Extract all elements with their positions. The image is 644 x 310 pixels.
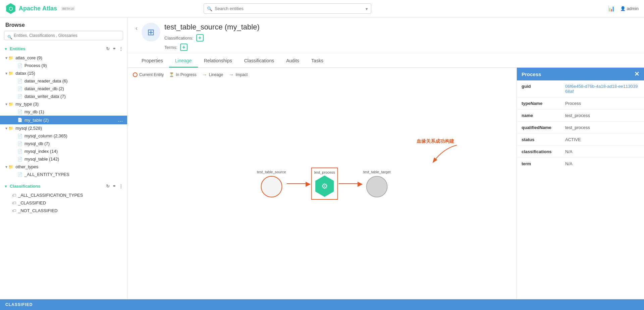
tabs-row: Properties Lineage Relationships Classif… — [127, 55, 644, 68]
panel-key-term: term — [522, 161, 565, 166]
file-icon-process: 📄 — [17, 63, 22, 68]
top-nav: ⬡ Apache Atlas BETA UI 🔍 ▾ 📊 👤 admin — [0, 0, 644, 17]
file-icon-mysql-index: 📄 — [17, 149, 22, 154]
sidebar-item-datax[interactable]: ▾ 📁 datax (15) — [0, 69, 127, 77]
entities-section-header[interactable]: ▼ Entities ↻ ⚭ ⋮ — [0, 44, 127, 54]
chart-icon[interactable]: 📊 — [608, 5, 615, 12]
sidebar-item-mysql-db[interactable]: 📄 mysql_db (7) — [0, 140, 127, 147]
arrow-src-process: ▶ — [287, 180, 311, 188]
sidebar-search-input[interactable] — [4, 31, 123, 40]
panel-close-button[interactable]: ✕ — [634, 71, 639, 77]
file-icon-dr-data: 📄 — [17, 79, 22, 83]
sidebar-item-other-types[interactable]: ▾ 📁 other_types — [0, 163, 127, 171]
panel-row-term: term N/A — [517, 158, 644, 170]
entity-icon-wrap: ⊞ — [142, 23, 160, 42]
sidebar-item-classified[interactable]: 🏷 _CLASSIFIED — [0, 199, 127, 207]
annotation-arrow-svg — [417, 142, 464, 169]
target-node-label: test_table_target — [363, 170, 391, 174]
beta-badge: BETA UI — [61, 7, 75, 11]
sidebar-item-mysql-table[interactable]: 📄 mysql_table (142) — [0, 155, 127, 163]
my-table-more-icon[interactable]: … — [118, 117, 123, 123]
nav-right: 📊 👤 admin — [608, 5, 639, 12]
logo-atlas: Atlas — [42, 5, 57, 12]
content-area: ‹ ⊞ test_table_source (my_table) Classif… — [127, 17, 644, 299]
entity-terms-row: Terms: + — [164, 44, 636, 51]
sidebar-item-mysql-index[interactable]: 📄 mysql_index (14) — [0, 147, 127, 155]
sidebar-search-icon: 🔍 — [7, 35, 12, 40]
search-dropdown-icon[interactable]: ▾ — [366, 6, 368, 11]
panel-val-typename: Process — [565, 101, 639, 106]
panel-val-guid[interactable]: 06f6e458-d76b-4a18-ad18-ee11303968af — [565, 84, 639, 94]
folder-icon-mysql: ▾ 📁 — [5, 126, 13, 131]
lineage-area: Current Entity ⏳ In Progress → Lineage →… — [127, 68, 644, 299]
tab-audits[interactable]: Audits — [280, 55, 305, 68]
folder-icon-atlas-core: ▾ 📁 — [5, 56, 13, 60]
classifications-more-icon[interactable]: ⋮ — [119, 184, 123, 189]
folder-icon-my-type: ▾ 📁 — [5, 102, 13, 107]
tab-tasks[interactable]: Tasks — [305, 55, 329, 68]
entity-title: test_table_source (my_table) — [164, 23, 636, 32]
classifications-collapse-icon: ▼ — [4, 184, 8, 188]
add-classification-button[interactable]: + — [196, 34, 204, 42]
entity-info: test_table_source (my_table) Classificat… — [164, 23, 636, 53]
admin-menu[interactable]: 👤 admin — [620, 6, 639, 11]
logo-text: Apache Atlas — [19, 5, 57, 12]
tab-properties[interactable]: Properties — [136, 55, 169, 68]
sidebar-item-process[interactable]: 📄 Process (9) — [0, 62, 127, 69]
entity-header: ‹ ⊞ test_table_source (my_table) Classif… — [127, 17, 644, 53]
file-icon-dr-db: 📄 — [17, 86, 22, 91]
process-node[interactable]: test_process ⚙ — [311, 168, 338, 200]
classifications-link-icon[interactable]: ⚭ — [112, 184, 116, 189]
tab-classifications[interactable]: Classifications — [238, 55, 280, 68]
impact-arrow-icon: → — [228, 72, 234, 78]
panel-val-name: test_process — [565, 113, 639, 118]
sidebar-item-all-entity-types[interactable]: 📄 _ALL_ENTITY_TYPES — [0, 171, 127, 178]
arrow-process-target: ▶ — [339, 180, 363, 188]
panel-key-guid: guid — [522, 84, 565, 89]
sidebar-item-datax-reader-data[interactable]: 📄 datax_reader_data (6) — [0, 77, 127, 85]
panel-key-typename: typeName — [522, 101, 565, 106]
add-term-button[interactable]: + — [180, 44, 187, 51]
source-node-circle[interactable] — [261, 176, 282, 197]
bottom-bar-text: CLASSIFIED — [5, 302, 33, 307]
entities-more-icon[interactable]: ⋮ — [119, 46, 123, 51]
file-icon-all-entity: 📄 — [17, 172, 22, 177]
hourglass-icon: ⏳ — [169, 72, 174, 77]
panel-val-qualifiedname: test_process — [565, 125, 639, 130]
sidebar-item-my-type[interactable]: ▾ 📁 my_type (3) — [0, 100, 127, 108]
global-search-bar: 🔍 ▾ — [204, 3, 371, 14]
panel-header: Process ✕ — [517, 68, 644, 80]
entities-refresh-icon[interactable]: ↻ — [106, 46, 110, 51]
sidebar-item-all-classification-types[interactable]: 🏷 _ALL_CLASSIFICATION_TYPES — [0, 191, 127, 199]
target-node: test_table_target — [363, 170, 391, 197]
sidebar-item-mysql-column[interactable]: 📄 mysql_column (2,365) — [0, 132, 127, 140]
sidebar-item-datax-reader-db[interactable]: 📄 datax_reader_db (2) — [0, 85, 127, 92]
sidebar-item-datax-writer-data[interactable]: 📄 datax_writer_data (7) — [0, 92, 127, 100]
panel-row-status: status ACTIVE — [517, 134, 644, 146]
sidebar-item-atlas-core[interactable]: ▾ 📁 atlas_core (9) — [0, 54, 127, 62]
terms-meta-label: Terms: — [164, 45, 177, 50]
file-icon-mysql-table: 📄 — [17, 157, 22, 162]
source-node-label: test_table_source — [257, 170, 286, 174]
process-node-label: test_process — [314, 170, 335, 174]
entities-collapse-icon: ▼ — [4, 47, 8, 51]
sidebar-item-my-table[interactable]: 📄 my_table (2) … — [0, 116, 127, 124]
sidebar-item-not-classified[interactable]: 🏷 _NOT_CLASSIFIED — [0, 207, 127, 214]
sidebar-search-area: 🔍 — [0, 31, 127, 44]
entity-classifications-row: Classifications: + — [164, 34, 636, 42]
impact-label: Impact — [235, 72, 248, 77]
tab-relationships[interactable]: Relationships — [198, 55, 238, 68]
sidebar-item-mysql[interactable]: ▾ 📁 mysql (2,528) — [0, 124, 127, 132]
tab-lineage[interactable]: Lineage — [169, 55, 198, 68]
classifications-refresh-icon[interactable]: ↻ — [106, 184, 110, 189]
folder-icon-datax: ▾ 📁 — [5, 71, 13, 76]
entities-link-icon[interactable]: ⚭ — [112, 46, 116, 51]
global-search-input[interactable] — [204, 3, 371, 14]
panel-row-name: name test_process — [517, 110, 644, 122]
tag-icon-classified: 🏷 — [12, 201, 16, 205]
back-button[interactable]: ‹ — [136, 25, 138, 32]
classifications-section-label: Classifications — [10, 184, 41, 189]
sidebar-item-my-db[interactable]: 📄 my_db (1) — [0, 108, 127, 116]
target-node-circle[interactable] — [366, 176, 388, 197]
classifications-section-header[interactable]: ▼ Classifications ↻ ⚭ ⋮ — [0, 181, 127, 191]
